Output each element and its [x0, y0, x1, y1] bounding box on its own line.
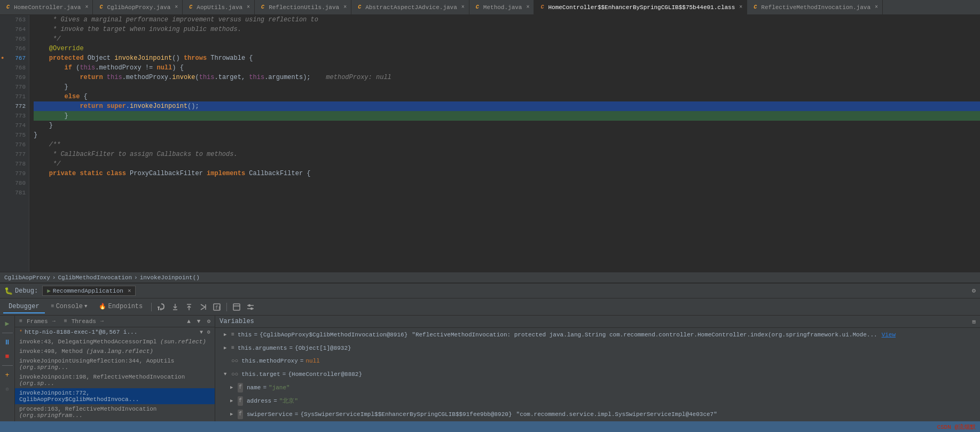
close-icon[interactable]: ×: [247, 4, 250, 10]
frames-header: ≡ Frames → ≡ Threads → ▲ ▼ ⚙: [15, 316, 215, 327]
tab-cglibproxy[interactable]: C CglibAopProxy.java ×: [93, 0, 183, 14]
restore-layout-btn[interactable]: [230, 301, 243, 313]
class-icon: C: [538, 4, 546, 11]
filter-thread-icon[interactable]: ⚙: [207, 329, 210, 335]
code-line-774: }: [34, 121, 980, 130]
show-execution-point-btn[interactable]: ◎: [2, 383, 13, 395]
var-name-field[interactable]: f name = "jane": [215, 381, 980, 394]
java-icon: C: [187, 4, 194, 11]
tab-endpoints[interactable]: 🔥 Endpoints: [93, 301, 148, 313]
svg-rect-9: [233, 304, 240, 310]
expand-icon[interactable]: [230, 396, 236, 406]
line-numbers: 763 764 765 766 767● 768 769 770 771 772…: [0, 15, 29, 272]
close-icon[interactable]: ×: [526, 4, 529, 10]
code-line-769: return this.methodProxy.invoke(this.targ…: [34, 73, 980, 82]
close-icon[interactable]: ×: [85, 4, 88, 10]
ide-window: C HomeController.java × C CglibAopProxy.…: [0, 0, 980, 432]
code-line-770: }: [34, 82, 980, 92]
debug-label: 🐛 Debug:: [4, 287, 38, 295]
code-line-778: /**: [34, 140, 980, 150]
add-watch-btn[interactable]: +: [2, 369, 13, 381]
debug-body: ▶ ⏸ ■ + ◎ ≡ Frames → ≡ Threads → ▲: [0, 316, 980, 432]
endpoints-icon: 🔥: [99, 303, 106, 310]
status-bar: CSDN @流烟默: [0, 421, 980, 432]
code-line-763: * Gives a marginal performance improveme…: [34, 15, 980, 25]
code-line-764: * invoke the target when invoking public…: [34, 25, 980, 34]
resume-btn[interactable]: ▶: [2, 318, 13, 329]
expand-icon[interactable]: [224, 343, 229, 353]
debug-controls: ▶ ⏸ ■ + ◎: [0, 316, 15, 432]
view-link[interactable]: View: [882, 330, 896, 340]
svg-point-14: [251, 308, 253, 309]
debug-panel: 🐛 Debug: ▶ RecommendApplication × ⚙ Debu…: [0, 282, 980, 432]
debug-toolbar: Debugger ≡ Console ▼ 🔥 Endpoints: [0, 299, 980, 316]
java-icon: C: [751, 4, 759, 11]
frame-item-2[interactable]: invokeJoinpointUsingReflection:344, AopU…: [15, 356, 215, 372]
tab-reflectiveinvocation[interactable]: C ReflectiveMethodInvocation.java ×: [747, 0, 883, 14]
expand-icon[interactable]: [224, 329, 229, 340]
separator: [2, 333, 13, 333]
close-icon[interactable]: ×: [128, 288, 131, 294]
code-line-767: protected Object invokeJoinpoint() throw…: [34, 53, 980, 63]
java-icon: C: [474, 4, 481, 11]
debug-app-tab[interactable]: ▶ RecommendApplication ×: [42, 286, 136, 296]
step-out-btn[interactable]: [183, 301, 195, 313]
expand-thread-icon[interactable]: ▼: [200, 329, 203, 335]
tab-homecontroller-class[interactable]: C HomeController$$EnhancerBySpringCGLIB$…: [534, 0, 747, 14]
var-address-field[interactable]: f address = "北京": [215, 394, 980, 407]
settings-btn[interactable]: [244, 301, 257, 313]
var-this-target[interactable]: ○○ this.target = {HomeController@8882}: [215, 367, 980, 381]
code-content: * Gives a marginal performance improveme…: [29, 15, 980, 272]
var-swiper-service[interactable]: f swiperService = {SysSwiperServiceImpl$…: [215, 407, 980, 421]
expand-all-icon[interactable]: ⊞: [972, 318, 976, 325]
java-icon: C: [259, 4, 266, 11]
var-this[interactable]: ≡ this = {CglibAopProxy$CglibMethodInvoc…: [215, 328, 980, 341]
variables-panel: Variables ⊞ ≡ this = {CglibAopProxy$Cgli…: [215, 316, 980, 432]
threads-icon: ≡: [64, 318, 67, 324]
pause-btn[interactable]: ⏸: [2, 336, 13, 348]
var-type-icon: ≡: [231, 330, 234, 340]
tab-aoputils[interactable]: C AopUtils.java ×: [183, 0, 255, 14]
code-line-780: */: [34, 159, 980, 169]
tab-method[interactable]: C Method.java ×: [469, 0, 535, 14]
var-this-methodproxy[interactable]: ○○ this.methodProxy = null: [215, 355, 980, 367]
chevron-icon: ▼: [84, 304, 87, 309]
tab-console[interactable]: ≡ Console ▼: [46, 301, 93, 313]
code-line-771: else {: [34, 92, 980, 101]
close-icon[interactable]: ×: [343, 4, 347, 10]
close-icon[interactable]: ×: [175, 4, 178, 10]
tab-homecontroller[interactable]: C HomeController.java ×: [0, 0, 93, 14]
expand-icon[interactable]: [224, 369, 229, 379]
frame-item-4-selected[interactable]: invokeJoinpoint:772, CglibAopProxy$Cglib…: [15, 388, 215, 404]
up-btn[interactable]: ▲: [187, 318, 191, 325]
svg-text:f(): f(): [215, 305, 221, 311]
java-icon: C: [97, 4, 105, 11]
expand-icon[interactable]: [230, 409, 236, 419]
tab-debugger[interactable]: Debugger: [3, 301, 45, 313]
frame-item-1[interactable]: invoke:498, Method (java.lang.reflect): [15, 347, 215, 356]
stop-btn[interactable]: ■: [2, 350, 13, 362]
var-this-arguments[interactable]: ≡ this.arguments = {Object[1]@8932}: [215, 341, 980, 355]
step-over-btn[interactable]: [155, 301, 168, 313]
tab-reflectionutils[interactable]: C ReflectionUtils.java ×: [255, 0, 351, 14]
code-line-779: * CallbackFilter to assign Callbacks to …: [34, 150, 980, 159]
frames-panel: ≡ Frames → ≡ Threads → ▲ ▼ ⚙ * http-nio-…: [15, 316, 215, 432]
filter-btn[interactable]: ⚙: [207, 318, 210, 325]
thread-header-item[interactable]: * http-nio-8188-exec-1*@8,567 i... ▼ ⚙: [15, 327, 215, 337]
close-icon[interactable]: ×: [875, 4, 878, 10]
settings-icon[interactable]: ⚙: [972, 287, 976, 295]
java-icon: C: [4, 4, 12, 11]
close-icon[interactable]: ×: [461, 4, 465, 10]
down-btn[interactable]: ▼: [197, 318, 201, 325]
frame-item-0[interactable]: invoke:43, DelegatingMethodAccessorImpl …: [15, 337, 215, 347]
step-into-btn[interactable]: [169, 301, 182, 313]
field-icon: f: [238, 396, 243, 406]
evaluate-btn[interactable]: f(): [210, 301, 223, 313]
close-icon[interactable]: ×: [739, 4, 742, 10]
frame-item-5[interactable]: proceed:163, ReflectiveMethodInvocation …: [15, 404, 215, 420]
run-to-cursor-btn[interactable]: [197, 301, 209, 313]
frame-item-3[interactable]: invokeJoinpoint:198, ReflectiveMethodInv…: [15, 372, 215, 388]
tab-abstractaspect[interactable]: C AbstractAspectJAdvice.java ×: [351, 0, 469, 14]
app-icon: ▶: [47, 287, 51, 294]
expand-icon[interactable]: [230, 382, 236, 392]
